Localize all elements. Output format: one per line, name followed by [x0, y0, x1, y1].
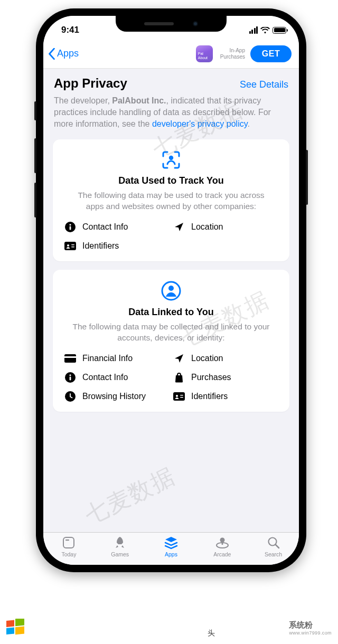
bag-icon [173, 372, 185, 383]
battery-icon [273, 27, 286, 34]
id-card-icon [173, 391, 185, 402]
data-item-contact-info: Contact Info [64, 221, 169, 233]
arcade-icon [215, 536, 230, 550]
in-app-purchases-label: In-App Purchases [220, 48, 245, 60]
svg-rect-30 [15, 626, 24, 634]
app-icon[interactable]: Pal About [196, 45, 213, 62]
tab-label: Apps [165, 551, 177, 557]
svg-point-9 [168, 286, 174, 291]
svg-rect-16 [173, 392, 185, 401]
info-icon [64, 221, 76, 233]
svg-rect-11 [64, 356, 76, 358]
get-button[interactable]: GET [250, 45, 292, 62]
svg-rect-4 [64, 242, 76, 250]
today-icon [62, 536, 76, 550]
svg-rect-7 [71, 247, 74, 248]
svg-point-5 [67, 244, 69, 247]
credit-card-icon [64, 353, 76, 364]
data-item-purchases: Purchases [173, 372, 278, 383]
card-title: Data Linked to You [64, 307, 278, 318]
page-title: App Privacy [54, 76, 127, 91]
privacy-policy-link[interactable]: developer's privacy policy [152, 119, 248, 128]
svg-rect-14 [70, 377, 71, 381]
svg-rect-10 [64, 354, 76, 363]
back-label: Apps [57, 48, 79, 59]
tab-label: Today [61, 551, 76, 557]
svg-point-2 [69, 224, 71, 225]
info-icon [64, 372, 76, 383]
card-desc: The following data may be collected and … [69, 321, 274, 343]
data-item-location: Location [173, 353, 278, 364]
data-item-location: Location [173, 221, 278, 233]
location-icon [173, 221, 185, 233]
see-details-link[interactable]: See Details [240, 79, 288, 90]
rocket-icon [113, 536, 127, 550]
svg-rect-20 [63, 537, 74, 548]
search-icon [267, 536, 280, 550]
svg-rect-28 [15, 619, 24, 626]
svg-point-17 [176, 395, 178, 397]
card-linked: Data Linked to You The following data ma… [53, 270, 289, 412]
tab-today[interactable]: Today [43, 536, 95, 565]
chevron-left-icon [48, 48, 56, 60]
svg-point-13 [69, 374, 71, 376]
svg-line-26 [276, 545, 279, 548]
developer-name: PalAbout Inc. [112, 96, 166, 105]
cellular-icon [249, 26, 258, 34]
content[interactable]: App Privacy See Details The developer, P… [43, 69, 299, 532]
privacy-intro: The developer, PalAbout Inc., indicated … [53, 95, 289, 139]
tab-label: Arcade [213, 551, 231, 557]
svg-rect-6 [71, 244, 74, 245]
phone-frame: 七麦数据 七麦数据 七麦数据 9:41 Apps Pal About In-Ap… [36, 8, 306, 572]
app-icon-label: Pal About [198, 52, 208, 60]
data-item-contact-info: Contact Info [64, 372, 169, 383]
linked-icon [64, 280, 278, 301]
toutiao-partial: 头 [206, 628, 217, 639]
tab-search[interactable]: Search [248, 536, 299, 565]
tab-arcade[interactable]: Arcade [196, 536, 248, 565]
windows-logo [6, 619, 24, 637]
screen: 七麦数据 七麦数据 七麦数据 9:41 Apps Pal About In-Ap… [43, 16, 299, 565]
wifi-icon [260, 27, 270, 34]
svg-rect-27 [6, 620, 14, 627]
card-track: Data Used to Track You The following dat… [53, 139, 289, 261]
tab-label: Search [265, 551, 282, 557]
back-button[interactable]: Apps [48, 48, 79, 60]
tab-apps[interactable]: Apps [146, 536, 197, 565]
tab-bar: Today Games Apps Arcade [43, 532, 299, 565]
device-notch [116, 16, 227, 32]
layers-icon [164, 536, 179, 550]
card-desc: The following data may be used to track … [69, 190, 274, 212]
track-icon [64, 150, 278, 170]
location-icon [173, 353, 185, 364]
data-item-identifiers: Identifiers [173, 391, 278, 402]
site-brand: 系统粉 www.win7999.com [289, 620, 332, 636]
clock-icon [64, 391, 76, 402]
svg-rect-21 [65, 539, 69, 541]
status-time: 9:41 [61, 25, 79, 35]
svg-point-0 [169, 156, 173, 160]
id-card-icon [64, 240, 76, 252]
svg-rect-19 [180, 397, 183, 398]
tab-games[interactable]: Games [95, 536, 146, 565]
nav-header: Apps Pal About In-App Purchases GET [43, 39, 299, 69]
svg-rect-18 [180, 395, 183, 396]
data-item-identifiers: Identifiers [64, 240, 169, 252]
data-item-financial-info: Financial Info [64, 353, 169, 364]
svg-rect-29 [6, 627, 14, 634]
svg-rect-24 [221, 542, 223, 545]
tab-label: Games [111, 551, 129, 557]
card-title: Data Used to Track You [64, 175, 278, 186]
svg-rect-3 [70, 226, 71, 230]
data-item-browsing-history: Browsing History [64, 391, 169, 402]
